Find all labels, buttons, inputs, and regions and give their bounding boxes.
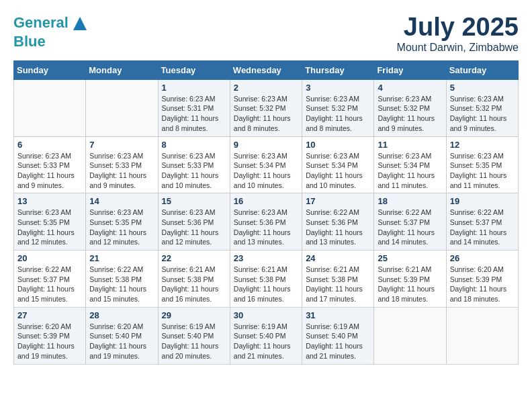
- day-number: 11: [378, 140, 442, 150]
- day-info: Sunrise: 6:23 AM Sunset: 5:32 PM Dayligh…: [450, 94, 515, 134]
- day-info: Sunrise: 6:19 AM Sunset: 5:40 PM Dayligh…: [162, 322, 226, 361]
- logo-blue: Blue: [13, 33, 46, 50]
- calendar-cell: 25Sunrise: 6:21 AM Sunset: 5:39 PM Dayli…: [374, 250, 446, 308]
- day-number: 2: [234, 83, 298, 93]
- calendar-cell: 28Sunrise: 6:20 AM Sunset: 5:40 PM Dayli…: [86, 307, 158, 364]
- header-day-wednesday: Wednesday: [230, 60, 302, 79]
- calendar-cell: 12Sunrise: 6:23 AM Sunset: 5:35 PM Dayli…: [446, 136, 518, 193]
- day-number: 28: [89, 310, 154, 320]
- day-number: 7: [89, 140, 154, 150]
- day-info: Sunrise: 6:23 AM Sunset: 5:34 PM Dayligh…: [306, 151, 370, 191]
- day-info: Sunrise: 6:23 AM Sunset: 5:35 PM Dayligh…: [89, 208, 154, 247]
- calendar-cell: 10Sunrise: 6:23 AM Sunset: 5:34 PM Dayli…: [302, 136, 374, 193]
- logo-text: General Blue: [13, 13, 90, 50]
- header-day-saturday: Saturday: [446, 60, 518, 79]
- calendar-cell: [14, 79, 86, 136]
- svg-marker-0: [73, 17, 87, 30]
- calendar-cell: 26Sunrise: 6:20 AM Sunset: 5:39 PM Dayli…: [446, 250, 518, 308]
- day-info: Sunrise: 6:22 AM Sunset: 5:37 PM Dayligh…: [378, 208, 442, 247]
- calendar-cell: 21Sunrise: 6:22 AM Sunset: 5:38 PM Dayli…: [86, 250, 158, 308]
- location: Mount Darwin, Zimbabwe: [397, 42, 519, 54]
- calendar-cell: 9Sunrise: 6:23 AM Sunset: 5:34 PM Daylig…: [230, 136, 302, 193]
- calendar-table: SundayMondayTuesdayWednesdayThursdayFrid…: [13, 60, 519, 365]
- day-number: 26: [450, 253, 515, 263]
- day-info: Sunrise: 6:23 AM Sunset: 5:36 PM Dayligh…: [162, 208, 226, 247]
- header-day-thursday: Thursday: [302, 60, 374, 79]
- day-number: 20: [17, 253, 82, 263]
- day-info: Sunrise: 6:21 AM Sunset: 5:39 PM Dayligh…: [378, 265, 442, 304]
- calendar-week-1: 1Sunrise: 6:23 AM Sunset: 5:31 PM Daylig…: [14, 79, 519, 136]
- header-day-friday: Friday: [374, 60, 446, 79]
- calendar-cell: 23Sunrise: 6:21 AM Sunset: 5:38 PM Dayli…: [230, 250, 302, 308]
- day-number: 21: [89, 253, 154, 263]
- day-number: 22: [162, 253, 226, 263]
- calendar-cell: 29Sunrise: 6:19 AM Sunset: 5:40 PM Dayli…: [158, 307, 230, 364]
- day-info: Sunrise: 6:21 AM Sunset: 5:38 PM Dayligh…: [306, 265, 370, 304]
- day-info: Sunrise: 6:23 AM Sunset: 5:33 PM Dayligh…: [17, 151, 82, 191]
- day-number: 17: [306, 196, 370, 206]
- day-info: Sunrise: 6:20 AM Sunset: 5:39 PM Dayligh…: [450, 265, 515, 304]
- day-number: 3: [306, 83, 370, 93]
- day-info: Sunrise: 6:23 AM Sunset: 5:35 PM Dayligh…: [17, 208, 82, 247]
- calendar-cell: 18Sunrise: 6:22 AM Sunset: 5:37 PM Dayli…: [374, 193, 446, 250]
- calendar-cell: 16Sunrise: 6:23 AM Sunset: 5:36 PM Dayli…: [230, 193, 302, 250]
- day-number: 14: [89, 196, 154, 206]
- calendar-week-5: 27Sunrise: 6:20 AM Sunset: 5:39 PM Dayli…: [14, 307, 519, 364]
- day-info: Sunrise: 6:22 AM Sunset: 5:37 PM Dayligh…: [450, 208, 515, 247]
- day-number: 15: [162, 196, 226, 206]
- calendar-cell: 13Sunrise: 6:23 AM Sunset: 5:35 PM Dayli…: [14, 193, 86, 250]
- day-info: Sunrise: 6:23 AM Sunset: 5:35 PM Dayligh…: [450, 151, 515, 191]
- calendar-body: 1Sunrise: 6:23 AM Sunset: 5:31 PM Daylig…: [14, 79, 519, 364]
- day-info: Sunrise: 6:21 AM Sunset: 5:38 PM Dayligh…: [234, 265, 298, 304]
- calendar-cell: 11Sunrise: 6:23 AM Sunset: 5:34 PM Dayli…: [374, 136, 446, 193]
- day-number: 13: [17, 196, 82, 206]
- day-number: 4: [378, 83, 442, 93]
- calendar-cell: 6Sunrise: 6:23 AM Sunset: 5:33 PM Daylig…: [14, 136, 86, 193]
- title-area: July 2025 Mount Darwin, Zimbabwe: [397, 13, 519, 54]
- page-header: General Blue July 2025 Mount Darwin, Zim…: [13, 13, 519, 54]
- day-number: 18: [378, 196, 442, 206]
- calendar-cell: 7Sunrise: 6:23 AM Sunset: 5:33 PM Daylig…: [86, 136, 158, 193]
- day-info: Sunrise: 6:23 AM Sunset: 5:31 PM Dayligh…: [162, 94, 226, 134]
- calendar-cell: 19Sunrise: 6:22 AM Sunset: 5:37 PM Dayli…: [446, 193, 518, 250]
- calendar-cell: 17Sunrise: 6:22 AM Sunset: 5:36 PM Dayli…: [302, 193, 374, 250]
- calendar-week-2: 6Sunrise: 6:23 AM Sunset: 5:33 PM Daylig…: [14, 136, 519, 193]
- day-number: 8: [162, 140, 226, 150]
- day-info: Sunrise: 6:23 AM Sunset: 5:34 PM Dayligh…: [378, 151, 442, 191]
- calendar-cell: 24Sunrise: 6:21 AM Sunset: 5:38 PM Dayli…: [302, 250, 374, 308]
- day-number: 1: [162, 83, 226, 93]
- day-number: 9: [234, 140, 298, 150]
- calendar-cell: 30Sunrise: 6:19 AM Sunset: 5:40 PM Dayli…: [230, 307, 302, 364]
- day-number: 10: [306, 140, 370, 150]
- day-number: 16: [234, 196, 298, 206]
- day-info: Sunrise: 6:23 AM Sunset: 5:33 PM Dayligh…: [162, 151, 226, 191]
- day-number: 6: [17, 140, 82, 150]
- day-info: Sunrise: 6:22 AM Sunset: 5:38 PM Dayligh…: [89, 265, 154, 304]
- day-number: 25: [378, 253, 442, 263]
- day-info: Sunrise: 6:19 AM Sunset: 5:40 PM Dayligh…: [234, 322, 298, 361]
- day-number: 12: [450, 140, 515, 150]
- calendar-cell: [86, 79, 158, 136]
- day-info: Sunrise: 6:22 AM Sunset: 5:36 PM Dayligh…: [306, 208, 370, 247]
- day-info: Sunrise: 6:23 AM Sunset: 5:36 PM Dayligh…: [234, 208, 298, 247]
- header-day-monday: Monday: [86, 60, 158, 79]
- calendar-cell: 3Sunrise: 6:23 AM Sunset: 5:32 PM Daylig…: [302, 79, 374, 136]
- day-info: Sunrise: 6:23 AM Sunset: 5:33 PM Dayligh…: [89, 151, 154, 191]
- calendar-cell: 14Sunrise: 6:23 AM Sunset: 5:35 PM Dayli…: [86, 193, 158, 250]
- day-info: Sunrise: 6:23 AM Sunset: 5:32 PM Dayligh…: [234, 94, 298, 134]
- day-info: Sunrise: 6:20 AM Sunset: 5:39 PM Dayligh…: [17, 322, 82, 361]
- day-info: Sunrise: 6:23 AM Sunset: 5:32 PM Dayligh…: [378, 94, 442, 134]
- calendar-cell: 2Sunrise: 6:23 AM Sunset: 5:32 PM Daylig…: [230, 79, 302, 136]
- day-number: 31: [306, 310, 370, 320]
- calendar-week-4: 20Sunrise: 6:22 AM Sunset: 5:37 PM Dayli…: [14, 250, 519, 308]
- day-info: Sunrise: 6:20 AM Sunset: 5:40 PM Dayligh…: [89, 322, 154, 361]
- calendar-cell: 5Sunrise: 6:23 AM Sunset: 5:32 PM Daylig…: [446, 79, 518, 136]
- header-day-tuesday: Tuesday: [158, 60, 230, 79]
- header-day-sunday: Sunday: [14, 60, 86, 79]
- calendar-cell: [374, 307, 446, 364]
- day-info: Sunrise: 6:23 AM Sunset: 5:32 PM Dayligh…: [306, 94, 370, 134]
- day-number: 5: [450, 83, 515, 93]
- calendar-cell: 4Sunrise: 6:23 AM Sunset: 5:32 PM Daylig…: [374, 79, 446, 136]
- day-number: 23: [234, 253, 298, 263]
- day-info: Sunrise: 6:21 AM Sunset: 5:38 PM Dayligh…: [162, 265, 226, 304]
